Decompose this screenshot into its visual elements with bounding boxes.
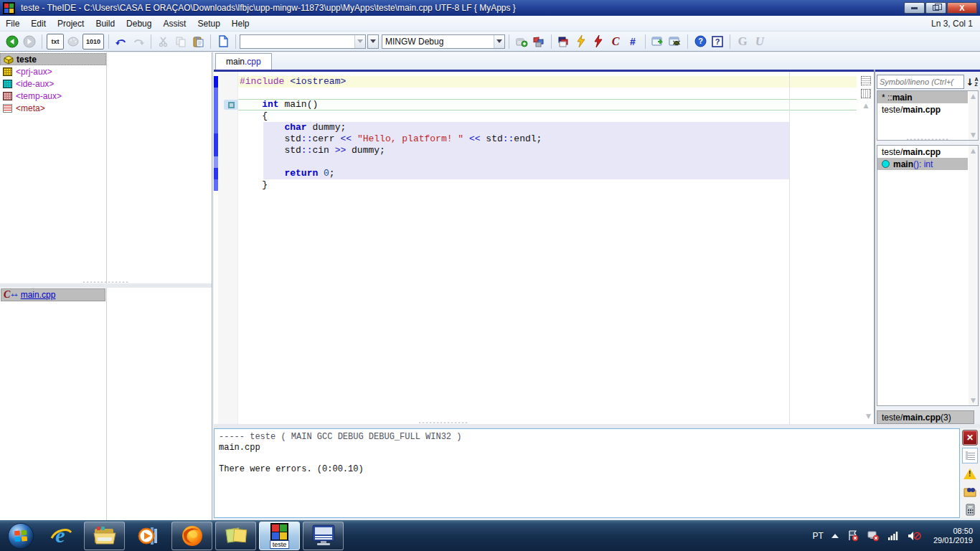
warning-icon	[963, 468, 976, 479]
minimize-button[interactable]	[904, 2, 925, 14]
package-item-ide-aux[interactable]: <ide-aux>	[0, 77, 106, 90]
context-help-button[interactable]: ?	[710, 34, 725, 50]
action-center-icon[interactable]	[847, 529, 859, 542]
member-header[interactable]: teste/main.cpp	[877, 146, 968, 158]
taskbar-teste-app[interactable]: teste	[259, 522, 300, 550]
run-button[interactable]	[650, 34, 666, 50]
package-item-meta[interactable]: <meta>	[0, 102, 106, 114]
member-list-scrollbar[interactable]: ▲ ▼	[969, 146, 978, 405]
close-button[interactable]: X	[947, 2, 977, 14]
menu-assist[interactable]: Assist	[157, 17, 192, 31]
firefox-icon	[180, 524, 204, 548]
code-line-10[interactable]: }	[240, 179, 268, 191]
editor-split-icon[interactable]	[861, 89, 871, 98]
preprocess-button[interactable]: C	[608, 34, 623, 50]
navigate-back-button[interactable]	[4, 34, 20, 50]
symbol-search-input[interactable]	[877, 75, 964, 89]
code-line-5[interactable]: char dummy;	[240, 122, 346, 133]
menu-project[interactable]: Project	[52, 17, 90, 31]
history-dropdown-button[interactable]	[367, 34, 379, 49]
volume-muted-icon[interactable]	[908, 530, 921, 542]
menu-setup[interactable]: Setup	[192, 17, 225, 31]
editor-scroll-up[interactable]: ▲	[859, 102, 872, 109]
member-header-pre: teste/	[882, 147, 903, 157]
taskbar-firefox[interactable]	[171, 522, 212, 550]
hex-mode-button[interactable]: 1010	[83, 34, 104, 50]
network-signal-icon[interactable]	[887, 530, 900, 541]
menu-edit[interactable]: Edit	[25, 17, 52, 31]
editor-bar-icon[interactable]	[861, 76, 871, 85]
help-button[interactable]: ?	[692, 34, 708, 50]
packages-button[interactable]	[531, 34, 547, 50]
taskbar-osk[interactable]	[303, 522, 344, 550]
code-line-3[interactable]: int main()	[240, 99, 318, 110]
symbol-status-bar: teste/main.cpp (3)	[877, 410, 974, 424]
text-mode-button[interactable]: txt	[47, 34, 64, 50]
code-editor[interactable]: #include <iostream> int main() { char du…	[214, 72, 874, 424]
menu-debug[interactable]: Debug	[121, 17, 157, 31]
errors-button[interactable]: ✕	[962, 430, 978, 446]
upp-button[interactable]: U	[752, 34, 768, 50]
package-item-temp-aux[interactable]: <temp-aux>	[0, 90, 106, 102]
package-item-teste[interactable]: teste	[0, 53, 106, 65]
hash-icon: #	[630, 36, 636, 47]
main-package-button[interactable]	[556, 34, 572, 50]
console-output-button[interactable]	[962, 448, 978, 463]
build-mode-arrow[interactable]	[494, 35, 504, 48]
clock[interactable]: 08:50 29/01/2019	[929, 527, 973, 545]
code-line-7[interactable]: std::cin >> dummy;	[240, 145, 385, 156]
navigate-forward-button[interactable]	[22, 34, 37, 50]
code-line-6[interactable]: std::cerr << "Hello, platform! " << std:…	[240, 133, 542, 145]
scope-item-file[interactable]: teste/main.cpp	[877, 103, 968, 116]
designer-mode-button[interactable]	[65, 34, 81, 50]
editor-gutter[interactable]	[218, 72, 238, 424]
menu-file[interactable]: File	[0, 17, 25, 31]
undo-button[interactable]	[113, 34, 129, 50]
scroll-down-icon[interactable]: ▼	[969, 131, 978, 138]
scroll-up-icon[interactable]: ▲	[969, 147, 978, 154]
compile-button[interactable]	[573, 34, 589, 50]
calc-button[interactable]	[962, 501, 978, 517]
gdb-button[interactable]: G	[735, 34, 750, 50]
paste-button[interactable]	[190, 34, 206, 50]
device-error-icon[interactable]	[867, 529, 880, 542]
show-assembly-button[interactable]: #	[625, 34, 641, 50]
code-line-9[interactable]: return 0;	[240, 168, 335, 179]
build-mode-combo[interactable]: MINGW Debug	[382, 34, 505, 49]
tab-main-cpp[interactable]: main.cpp	[215, 53, 272, 70]
scope-list-scrollbar[interactable]: ▲ ▼	[969, 91, 978, 140]
file-item-main.cpp[interactable]: C++main.cpp	[1, 288, 105, 301]
tray-language[interactable]: PT	[813, 531, 824, 541]
menu-help[interactable]: Help	[226, 17, 255, 31]
find-in-files-button[interactable]	[962, 484, 978, 499]
package-item-prj-aux[interactable]: <prj-aux>	[0, 65, 106, 77]
find-combo-arrow[interactable]	[354, 35, 365, 48]
editor-scroll-down[interactable]: ▼	[866, 413, 871, 420]
find-combo[interactable]	[240, 34, 366, 49]
menu-build[interactable]: Build	[90, 17, 121, 31]
scope-item-main[interactable]: * ::main	[877, 91, 968, 103]
copy-designer-button[interactable]	[215, 34, 231, 50]
code-line-4[interactable]: {	[240, 110, 268, 122]
rebuild-button[interactable]	[590, 34, 606, 50]
code-line-1[interactable]: #include <iostream>	[240, 76, 346, 88]
scroll-down-icon[interactable]: ▼	[969, 397, 978, 404]
taskbar-wmp[interactable]	[128, 522, 169, 550]
redo-button[interactable]	[131, 34, 146, 50]
warnings-button[interactable]	[962, 466, 978, 481]
copy-button[interactable]	[173, 34, 189, 50]
taskbar-sticky-notes[interactable]	[215, 522, 256, 550]
add-package-button[interactable]	[514, 34, 529, 50]
current-position-marker[interactable]	[224, 100, 238, 110]
debug-run-button[interactable]	[667, 34, 683, 50]
start-button[interactable]	[3, 521, 39, 551]
scroll-up-icon[interactable]: ▲	[969, 93, 978, 100]
taskbar-ie[interactable]: e	[40, 522, 81, 550]
build-console[interactable]: ----- teste ( MAIN GCC DEBUG DEBUG_FULL …	[214, 428, 960, 518]
show-hidden-icons[interactable]	[831, 534, 839, 538]
taskbar-explorer[interactable]	[84, 522, 125, 550]
member-item-main[interactable]: main() : int	[877, 158, 968, 170]
cut-button[interactable]	[156, 34, 171, 50]
restore-button[interactable]	[925, 2, 946, 14]
sort-button[interactable]: ↓ AZ	[966, 75, 979, 89]
